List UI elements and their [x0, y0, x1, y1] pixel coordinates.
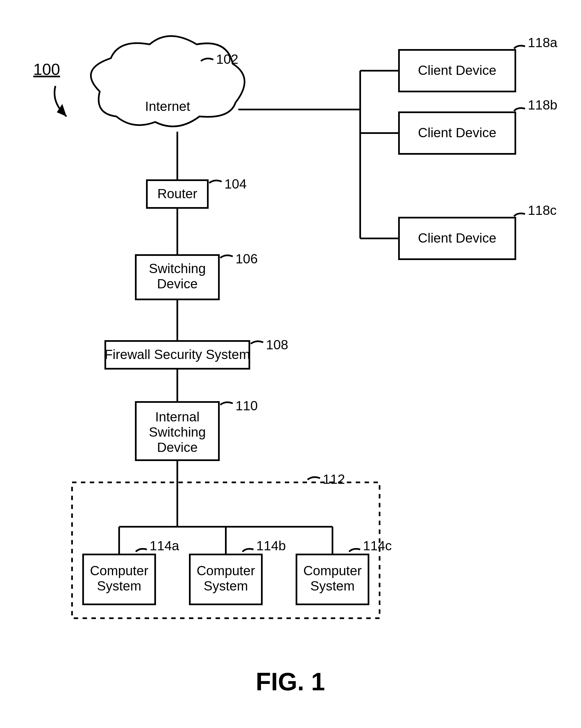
- figure-1: 100 Internet 102 Router 104 Switching De…: [0, 0, 581, 728]
- client-device-b-ref: 118b: [528, 98, 557, 112]
- svg-text:Computer: Computer: [197, 563, 255, 578]
- lan-ref: 112: [323, 472, 345, 487]
- switching-device-label-l1: Switching: [149, 261, 205, 276]
- router-ref: 104: [224, 177, 247, 191]
- client-device-a-label: Client Device: [418, 63, 497, 78]
- computer-system-b-ref: 114b: [256, 538, 286, 553]
- firewall-ref: 108: [266, 337, 288, 352]
- computer-system-c: Computer System: [297, 554, 368, 604]
- client-device-b-label: Client Device: [418, 125, 497, 140]
- router-node: Router: [147, 180, 208, 208]
- computer-system-a: Computer System: [83, 554, 155, 604]
- internet-label: Internet: [145, 99, 190, 114]
- computer-system-b: Computer System: [190, 554, 262, 604]
- svg-text:Internal: Internal: [155, 410, 199, 424]
- switching-device-label-l2: Device: [157, 277, 198, 291]
- client-device-c-label: Client Device: [418, 231, 497, 245]
- internal-switching-device-node: Internal Switching Device: [136, 402, 219, 460]
- svg-text:System: System: [310, 578, 355, 593]
- client-device-c: Client Device: [399, 218, 515, 259]
- figure-ref: 100: [33, 60, 60, 78]
- figure-caption: FIG. 1: [256, 668, 325, 696]
- svg-text:Computer: Computer: [303, 563, 362, 578]
- svg-text:System: System: [97, 578, 141, 593]
- router-label: Router: [157, 186, 197, 201]
- client-device-a-ref: 118a: [528, 35, 557, 50]
- client-device-c-ref: 118c: [528, 203, 557, 218]
- switching-device-node: Switching Device: [136, 255, 219, 300]
- svg-text:Device: Device: [157, 440, 198, 454]
- client-device-b: Client Device: [399, 112, 515, 154]
- svg-text:Switching: Switching: [149, 425, 205, 439]
- computer-system-c-ref: 114c: [363, 538, 392, 553]
- switching-device-ref: 106: [236, 252, 258, 266]
- computer-system-a-ref: 114a: [149, 538, 179, 553]
- internal-switching-device-ref: 110: [236, 398, 258, 413]
- internet-ref: 102: [216, 52, 238, 67]
- svg-text:System: System: [204, 578, 248, 593]
- firewall-label: Firewall Security System: [105, 347, 250, 362]
- svg-text:Computer: Computer: [90, 563, 148, 578]
- internet-node: Internet: [91, 36, 245, 126]
- firewall-node: Firewall Security System: [105, 341, 250, 369]
- client-device-a: Client Device: [399, 50, 515, 92]
